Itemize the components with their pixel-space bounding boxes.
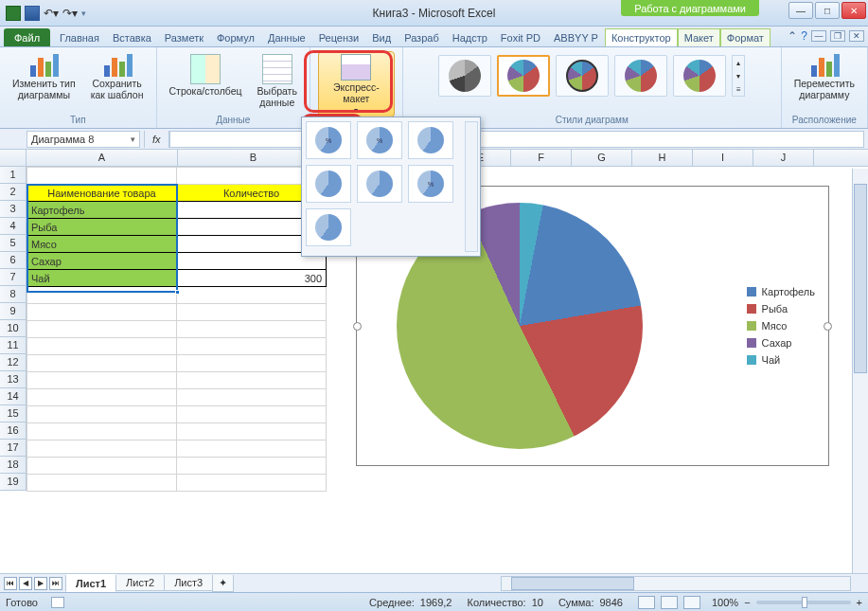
select-all-corner[interactable] [0, 150, 27, 166]
chart-style-5[interactable] [673, 55, 726, 97]
mdi-close-button[interactable]: ✕ [849, 30, 864, 42]
tab-insert[interactable]: Вставка [106, 28, 158, 46]
help-icon[interactable]: ? [801, 29, 807, 43]
sheet-nav-last[interactable]: ⏭ [49, 577, 62, 590]
cell[interactable] [177, 475, 327, 492]
col-header-h[interactable]: H [632, 150, 693, 166]
mdi-restore-button[interactable]: ❐ [830, 30, 845, 42]
scrollbar-thumb[interactable] [854, 184, 867, 373]
cell[interactable]: Картофель [27, 202, 177, 219]
tab-data[interactable]: Данные [261, 28, 312, 46]
styles-more-button[interactable]: ▴▾≡ [732, 55, 745, 97]
tab-view[interactable]: Вид [365, 28, 398, 46]
zoom-level[interactable]: 100% [712, 597, 738, 608]
cell[interactable] [27, 458, 177, 475]
tab-formulas[interactable]: Формул [210, 28, 261, 46]
cell[interactable] [177, 321, 327, 338]
cell[interactable] [27, 168, 177, 185]
cell[interactable] [27, 355, 177, 372]
zoom-in-button[interactable]: + [857, 597, 862, 608]
legend-item[interactable]: Картофель [747, 286, 815, 297]
cell[interactable]: Сахар [27, 253, 177, 270]
formula-input[interactable] [169, 131, 864, 148]
row-header[interactable]: 4 [0, 218, 26, 235]
view-page-break-button[interactable] [683, 596, 700, 609]
cell[interactable]: Рыба [27, 219, 177, 236]
zoom-slider-handle[interactable] [802, 597, 807, 608]
cell[interactable] [27, 304, 177, 321]
cell[interactable] [177, 389, 327, 406]
fill-handle[interactable] [175, 290, 180, 295]
layout-option-3[interactable] [408, 121, 453, 159]
layout-option-1[interactable]: % [306, 121, 351, 159]
quick-layout-button[interactable]: Экспресс-макет ▾ [318, 51, 395, 117]
layout-option-2[interactable]: % [357, 121, 402, 159]
move-chart-button[interactable]: Переместить диаграмму [789, 51, 859, 103]
view-normal-button[interactable] [638, 596, 655, 609]
cell[interactable] [27, 321, 177, 338]
col-header-f[interactable]: F [511, 150, 572, 166]
cell[interactable] [177, 372, 327, 389]
cell-header[interactable]: Наименование товара [27, 185, 177, 202]
tab-pagelayout[interactable]: Разметк [158, 28, 210, 46]
row-header[interactable]: 2 [0, 184, 26, 201]
chart-style-1[interactable] [438, 55, 491, 97]
row-header[interactable]: 10 [0, 320, 26, 337]
tab-design[interactable]: Конструктор [605, 28, 678, 46]
view-page-layout-button[interactable] [661, 596, 678, 609]
cell[interactable] [27, 440, 177, 458]
minimize-button[interactable]: — [788, 2, 813, 19]
cell[interactable] [177, 304, 327, 321]
sheet-tab-1[interactable]: Лист1 [65, 574, 116, 592]
chart-style-4[interactable] [614, 55, 667, 97]
cell[interactable] [27, 338, 177, 355]
cell[interactable] [27, 423, 177, 440]
row-header[interactable]: 18 [0, 457, 26, 474]
cell[interactable]: Чай [27, 270, 177, 287]
name-box[interactable]: Диаграмма 8 ▾ [27, 131, 140, 148]
scrollbar-thumb[interactable] [511, 577, 634, 590]
tab-layout[interactable]: Макет [678, 28, 720, 46]
row-header[interactable]: 7 [0, 269, 26, 286]
layout-option-7[interactable] [306, 208, 351, 246]
tab-review[interactable]: Рецензи [312, 28, 366, 46]
legend-item[interactable]: Рыба [747, 303, 815, 314]
chart-style-2[interactable] [497, 55, 550, 97]
select-data-button[interactable]: Выбрать данные [253, 51, 302, 111]
sheet-nav-first[interactable]: ⏮ [4, 577, 17, 590]
tab-home[interactable]: Главная [53, 28, 106, 46]
ribbon-minimize-icon[interactable]: ⌃ [788, 29, 797, 43]
redo-icon[interactable]: ↷▾ [62, 7, 78, 20]
legend-item[interactable]: Сахар [747, 337, 815, 349]
cell[interactable] [177, 338, 327, 355]
sheet-nav-prev[interactable]: ◀ [19, 577, 32, 590]
cell[interactable] [27, 475, 177, 492]
horizontal-scrollbar[interactable] [501, 576, 851, 591]
legend-item[interactable]: Чай [747, 354, 815, 366]
cell[interactable] [177, 406, 327, 423]
tab-foxit[interactable]: Foxit PD [494, 28, 547, 46]
row-header[interactable]: 1 [0, 167, 26, 184]
legend-item[interactable]: Мясо [747, 320, 815, 332]
row-header[interactable]: 12 [0, 354, 26, 371]
tab-format[interactable]: Формат [720, 28, 771, 46]
tab-developer[interactable]: Разраб [398, 28, 446, 46]
cell[interactable] [177, 355, 327, 372]
switch-row-column-button[interactable]: Строка/столбец [165, 51, 247, 100]
close-button[interactable]: ✕ [841, 2, 866, 19]
undo-icon[interactable]: ↶▾ [44, 7, 59, 20]
row-header[interactable]: 5 [0, 235, 26, 252]
sheet-tab-2[interactable]: Лист2 [115, 575, 165, 591]
maximize-button[interactable]: □ [815, 2, 840, 19]
cell[interactable] [177, 287, 327, 304]
excel-icon[interactable] [6, 6, 21, 21]
row-header[interactable]: 17 [0, 440, 26, 457]
mdi-minimize-button[interactable]: — [811, 30, 826, 42]
cell[interactable] [177, 440, 327, 458]
chart-style-3[interactable] [556, 55, 609, 97]
layout-option-6[interactable]: % [408, 165, 453, 203]
qat-more-icon[interactable]: ▾ [81, 9, 86, 18]
cell[interactable] [177, 458, 327, 475]
name-box-dropdown-icon[interactable]: ▾ [131, 135, 135, 144]
fx-button[interactable]: fx [144, 131, 169, 148]
